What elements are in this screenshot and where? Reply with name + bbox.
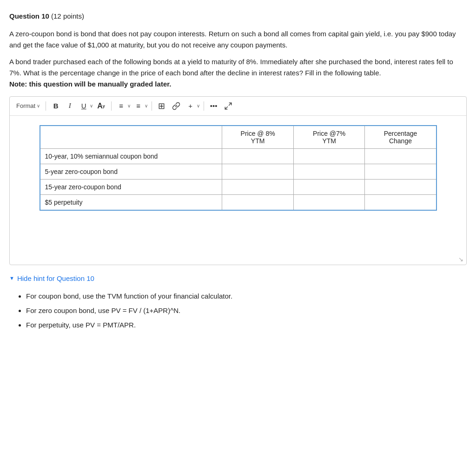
question-note: Note: this question will be manually gra…: [9, 80, 171, 88]
list-chevron-icon: ∨: [145, 103, 148, 108]
format-chevron-icon: ∨: [37, 103, 40, 108]
table-row[interactable]: 10-year, 10% semiannual coupon bond: [40, 148, 436, 164]
table-header-col1: [40, 126, 222, 149]
body-paragraph-2: A bond trader purchased each of the foll…: [9, 56, 467, 90]
table-header-col3: Price @7% YTM: [293, 126, 365, 149]
bold-button[interactable]: B: [50, 100, 62, 111]
align-chevron-icon: ∨: [127, 103, 131, 108]
toolbar-divider-4: [204, 101, 204, 111]
editor-wrapper: Format ∨ B I U ∨ Ay ≡ ∨ ≡ ∨ ⊞: [9, 96, 467, 265]
hint-item: For coupon bond, use the TVM function of…: [26, 290, 467, 302]
bond-name-cell: $5 perpetuity: [40, 194, 222, 210]
question-number: Question 10: [9, 12, 49, 20]
toolbar-divider-3: [152, 101, 152, 111]
font-size-group: Ay: [95, 100, 107, 112]
plus-group: + ∨: [185, 100, 200, 111]
price7-cell[interactable]: [293, 179, 365, 194]
hint-section: ▼ Hide hint for Question 10 For coupon b…: [9, 274, 467, 331]
pct-change-cell[interactable]: [365, 179, 436, 194]
price8-cell[interactable]: [222, 179, 294, 194]
table-row[interactable]: 5-year zero-coupon bond: [40, 164, 436, 179]
underline-group: U ∨: [78, 100, 93, 111]
fullscreen-button[interactable]: [222, 100, 235, 112]
list-group: ≡ ∨: [132, 100, 148, 111]
underline-button[interactable]: U: [78, 100, 90, 111]
format-dropdown[interactable]: Format ∨: [14, 101, 42, 110]
price8-cell[interactable]: [222, 194, 294, 210]
hint-item: For perpetuity, use PV = PMT/APR.: [26, 319, 467, 331]
price8-cell[interactable]: [222, 148, 294, 164]
toolbar-divider-2: [111, 101, 112, 111]
question-body: A zero-coupon bond is bond that does not…: [9, 28, 467, 90]
pct-change-cell[interactable]: [365, 148, 436, 164]
list-button[interactable]: ≡: [132, 100, 145, 111]
table-header-col4: Percentage Change: [365, 126, 436, 149]
bond-table[interactable]: Price @ 8% YTM Price @7% YTM Percentage …: [40, 125, 437, 211]
more-button[interactable]: •••: [208, 100, 220, 111]
table-container: Price @ 8% YTM Price @7% YTM Percentage …: [17, 121, 459, 214]
table-button[interactable]: ⊞: [156, 100, 168, 113]
hint-toggle-button[interactable]: ▼ Hide hint for Question 10: [9, 274, 94, 282]
price7-cell[interactable]: [293, 194, 365, 210]
price7-cell[interactable]: [293, 164, 365, 179]
price8-cell[interactable]: [222, 164, 294, 179]
format-label: Format: [16, 102, 35, 109]
hint-item: For zero coupon bond, use PV = FV / (1+A…: [26, 304, 467, 317]
hint-toggle-label: Hide hint for Question 10: [17, 274, 94, 282]
svg-line-0: [229, 103, 231, 105]
hint-arrow-icon: ▼: [9, 275, 14, 281]
pct-change-cell[interactable]: [365, 194, 436, 210]
table-row[interactable]: $5 perpetuity: [40, 194, 436, 210]
table-header-row: Price @ 8% YTM Price @7% YTM Percentage …: [40, 126, 436, 149]
font-size-button[interactable]: Ay: [95, 100, 107, 112]
body-paragraph-1: A zero-coupon bond is bond that does not…: [9, 28, 467, 51]
align-button[interactable]: ≡: [115, 100, 127, 111]
italic-button[interactable]: I: [64, 100, 76, 111]
plus-chevron-icon: ∨: [197, 103, 200, 108]
question-points: (12 points): [51, 12, 84, 20]
bond-name-cell: 15-year zero-coupon bond: [40, 179, 222, 194]
toolbar-divider-1: [46, 101, 46, 111]
table-row[interactable]: 15-year zero-coupon bond: [40, 179, 436, 194]
question-header: Question 10 (12 points): [9, 11, 467, 22]
bond-name-cell: 5-year zero-coupon bond: [40, 164, 222, 179]
link-button[interactable]: [170, 100, 183, 112]
editor-toolbar: Format ∨ B I U ∨ Ay ≡ ∨ ≡ ∨ ⊞: [10, 97, 466, 116]
editor-content[interactable]: Price @ 8% YTM Price @7% YTM Percentage …: [10, 116, 466, 265]
resize-handle[interactable]: ↘: [458, 256, 463, 263]
bond-name-cell: 10-year, 10% semiannual coupon bond: [40, 148, 222, 164]
table-header-col2: Price @ 8% YTM: [222, 126, 294, 149]
price7-cell[interactable]: [293, 148, 365, 164]
underline-chevron-icon: ∨: [90, 103, 93, 108]
hint-list: For coupon bond, use the TVM function of…: [9, 290, 467, 331]
pct-change-cell[interactable]: [365, 164, 436, 179]
align-group: ≡ ∨: [115, 100, 131, 111]
svg-line-1: [225, 107, 227, 109]
plus-button[interactable]: +: [185, 100, 197, 111]
